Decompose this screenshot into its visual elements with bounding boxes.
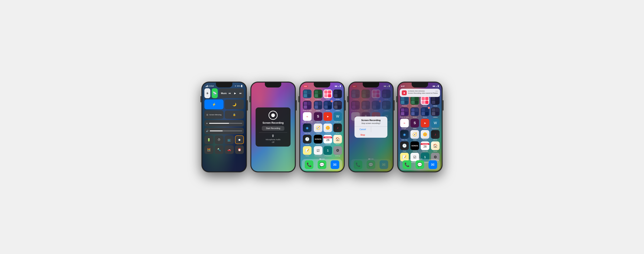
- battery-status-5: ▊: [438, 85, 439, 87]
- cc-car-tile[interactable]: 🚗: [225, 145, 234, 154]
- p5-music[interactable]: ♪ Music: [430, 130, 440, 141]
- prev-icon[interactable]: ⏮: [228, 92, 231, 95]
- app-spark[interactable]: ➤ Spark: [324, 112, 332, 123]
- cc-bt-tile[interactable]: ⚡: [204, 99, 224, 109]
- dock-messages-5[interactable]: 💬: [416, 160, 424, 169]
- app-photovid[interactable]: Photo & Video: [302, 101, 313, 111]
- p5-slack[interactable]: S Slack: [410, 119, 420, 129]
- cc-calc-tile[interactable]: 🧮: [204, 145, 214, 154]
- alert-stop-button[interactable]: Stop: [354, 132, 371, 138]
- reminders-label: Reminders: [314, 155, 322, 157]
- app-music[interactable]: ♪ Music: [333, 124, 342, 134]
- hs-status-bar: 9:06 ▮▮▮ ▲ ▊: [300, 83, 344, 89]
- p5-clock[interactable]: 🕐 Clock: [400, 141, 409, 152]
- p5-stores[interactable]: 2 Stores: [420, 107, 430, 118]
- app-clock[interactable]: 🕐 Clock: [302, 135, 313, 145]
- start-recording-button[interactable]: Start Recording: [262, 126, 284, 131]
- alert-cancel-button[interactable]: Cancel: [354, 127, 371, 132]
- cc-rotation-tile[interactable]: 🔒: [225, 111, 244, 119]
- next-icon[interactable]: ⏭: [239, 92, 242, 95]
- app-notes[interactable]: 📝 Notes: [302, 146, 313, 157]
- app-1password[interactable]: 1 1Password: [324, 146, 332, 157]
- app-media[interactable]: Media: [333, 90, 342, 100]
- p5-guidance[interactable]: Guidance: [410, 96, 420, 107]
- brightness-slider[interactable]: ☀: [204, 120, 244, 127]
- app-reminders[interactable]: ☑ Reminders: [314, 146, 322, 157]
- p5-music-icon: ♪: [431, 130, 440, 139]
- playback-controls: ⏮ ▶ ⏭: [228, 92, 242, 95]
- cc-music-tile[interactable]: Music ⏮ ▶ ⏭: [219, 88, 244, 98]
- cc-record-tile[interactable]: ⏺: [235, 135, 244, 144]
- p5-photovid[interactable]: Photo & Video: [400, 107, 409, 118]
- play-icon[interactable]: ▶: [234, 92, 236, 95]
- p5-darksky[interactable]: ◉ Dark Sky: [400, 130, 409, 141]
- cc-battery-tile[interactable]: 🔋: [204, 135, 214, 144]
- app-photos[interactable]: 🌼 Photos: [324, 124, 332, 134]
- p5-spark[interactable]: ➤ Spark: [420, 119, 430, 129]
- p5-health[interactable]: Health: [420, 96, 430, 107]
- app-home[interactable]: 🏠 Home: [333, 135, 342, 145]
- darksky-icon: ◉: [303, 124, 312, 132]
- hs-status-bar-5: 9:07 ▮▮▮ ▲ ▊: [398, 83, 442, 89]
- notif-header: Screen Recording now: [408, 90, 438, 92]
- cc-alarm-tile[interactable]: ⏰: [235, 145, 244, 154]
- carrier-label: cricket: [208, 85, 214, 87]
- app-gcal[interactable]: 31 Google Calendar: [302, 112, 313, 123]
- app-guidance[interactable]: Guidance: [314, 90, 322, 100]
- app-safari[interactable]: 🧭 Safari: [314, 124, 322, 134]
- dock-messages[interactable]: 💬: [318, 160, 326, 169]
- phone4-wrapper: 9:07 ▮▮▮ ▲ ▊: [348, 82, 394, 172]
- cc-wifi-tile[interactable]: 📡: [212, 88, 218, 98]
- p5-photos-label: Photos: [423, 139, 427, 141]
- app-darksky[interactable]: ◉ Dark Sky: [302, 124, 313, 134]
- cc-calculator-tile[interactable]: 📺: [225, 135, 234, 144]
- app-wordpress[interactable]: W WordPress: [333, 112, 342, 123]
- p5-calendar[interactable]: Tuesday 26 Calendar: [420, 141, 430, 152]
- app-settings[interactable]: ⚙ Settings: [333, 146, 342, 157]
- dock-phone-5[interactable]: 📞: [402, 160, 411, 169]
- dock-mail[interactable]: ✉: [331, 160, 339, 169]
- social-label: Social: [316, 110, 320, 111]
- phones-container: cricket ✦ 95% ▊ ✈: [202, 82, 442, 172]
- media-icon: [333, 90, 342, 98]
- p5-photos[interactable]: 🌼 Photos: [420, 130, 430, 141]
- app-finance[interactable]: Finance: [302, 90, 313, 100]
- p5-utilities[interactable]: Utilities: [430, 107, 440, 118]
- app-social[interactable]: Social: [314, 101, 322, 111]
- p5-gcal[interactable]: 31 Google...: [400, 119, 409, 129]
- p5-home-label: Home: [434, 150, 437, 152]
- notch-2: [265, 83, 281, 88]
- p5-safari[interactable]: 🧭 Safari: [410, 130, 420, 141]
- p5-social-icon: [410, 107, 419, 116]
- p5-gcal-label: Google...: [402, 128, 407, 129]
- app-health[interactable]: Health: [324, 90, 332, 100]
- app-calendar[interactable]: Tuesday 26 Calendar: [324, 135, 332, 145]
- p5-home[interactable]: 🏠 Home: [430, 141, 440, 152]
- dock-phone[interactable]: 📞: [305, 160, 313, 169]
- app-stores[interactable]: 2 Stores: [324, 101, 332, 111]
- rotation-icon: 🔒: [233, 113, 236, 116]
- app-slack[interactable]: S Slack: [314, 112, 322, 123]
- volume-icon: 🔊: [206, 130, 208, 132]
- p5-spark-label: Spark: [423, 128, 427, 129]
- app-utilities[interactable]: Utilities: [333, 101, 342, 111]
- bluetooth-icon: ⚡: [212, 103, 216, 106]
- cc-flashlight-tile[interactable]: 🔦: [215, 145, 224, 154]
- cc-top-row: ✈ 📡 Music ⏮ ▶: [202, 88, 246, 98]
- cc-moon-tile[interactable]: 🌙: [225, 99, 244, 109]
- cc-timer-tile[interactable]: ⏱: [215, 135, 224, 144]
- status-icons-5: ▮▮▮ ▲ ▊: [432, 85, 439, 87]
- p5-wp[interactable]: W WordPress: [430, 119, 440, 129]
- dock-mail-5[interactable]: ✉: [428, 160, 437, 169]
- phone5-wrapper: 9:07 ▮▮▮ ▲ ▊ ⏺: [397, 82, 442, 172]
- app-sonos[interactable]: SONOS Sonos: [314, 135, 322, 145]
- p5-sonos[interactable]: SONOS Sonos: [410, 141, 420, 152]
- p5-social[interactable]: Social: [410, 107, 420, 118]
- p5-finance-label: Finance: [402, 105, 407, 107]
- volume-slider[interactable]: 🔊: [204, 128, 244, 134]
- p5-finance[interactable]: Finance: [400, 96, 409, 107]
- p5-media[interactable]: Media: [430, 96, 440, 107]
- cc-airplane-tile[interactable]: ✈: [204, 88, 210, 98]
- cc-mirroring-tile[interactable]: ⊡ Screen Mirroring: [204, 111, 224, 119]
- notification-banner[interactable]: ⏺ Screen Recording now Screen Recording …: [400, 89, 440, 97]
